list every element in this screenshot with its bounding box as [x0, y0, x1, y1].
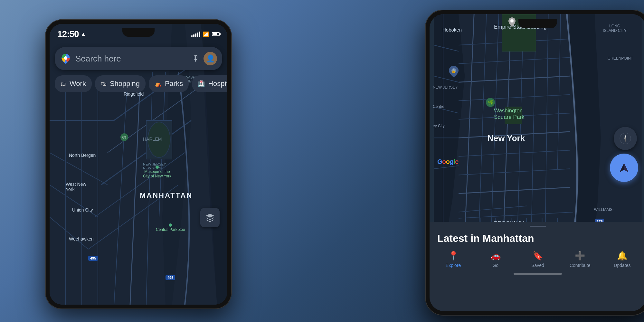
chip-work[interactable]: 🗂 Work	[55, 75, 92, 92]
washington-square-pin: 🌿	[486, 98, 495, 107]
label-williamsburg: WILLIAMS-	[594, 207, 614, 212]
chip-work-label: Work	[70, 80, 86, 88]
wifi-icon: 📶	[203, 31, 209, 37]
microphone-icon[interactable]: 🎙	[192, 54, 200, 63]
chip-parks[interactable]: ⛺ Parks	[149, 75, 189, 92]
search-bar-container: Search here 🎙 👤	[55, 47, 222, 70]
saved-label: Saved	[531, 263, 544, 268]
bottom-navigation: 📍 Explore 🚗 Go 🔖 Saved ➕ Contribute	[430, 251, 644, 268]
poi-museum: Museum of theCity of New York	[143, 166, 171, 178]
map-label-west-new-york: West NewYork	[66, 182, 86, 192]
work-icon: 🗂	[61, 80, 66, 87]
phone-left-screen: Ridgefield North Bergen West NewYork Uni…	[50, 24, 227, 305]
compass-button[interactable]	[614, 127, 637, 150]
empire-state-pin	[508, 17, 516, 28]
map-label-ridgefield: Ridgefield	[124, 91, 144, 97]
map-background-right: Hoboken Empire State Building LONGISLAND…	[430, 14, 644, 237]
svg-point-60	[624, 137, 626, 139]
signal-icon	[191, 32, 200, 37]
map-label-manhattan: MANHATTAN	[140, 191, 193, 200]
google-watermark: Google	[437, 158, 459, 166]
hospitals-icon: 🏥	[198, 80, 205, 87]
navigate-button[interactable]	[610, 154, 638, 182]
explore-icon: 📍	[448, 251, 459, 261]
label-washington-square: WashingtonSquare Park	[494, 108, 525, 120]
shopping-icon: 🛍	[101, 80, 107, 87]
search-bar[interactable]: Search here 🎙 👤	[55, 47, 222, 70]
layers-button[interactable]	[200, 208, 220, 227]
google-maps-logo	[60, 53, 71, 64]
nav-saved[interactable]: 🔖 Saved	[516, 251, 559, 268]
saved-icon: 🔖	[533, 251, 543, 261]
go-label: Go	[492, 263, 498, 268]
map-label-weehawken: Weehawken	[69, 236, 94, 242]
svg-text:🔒: 🔒	[451, 69, 456, 73]
status-time: 12:50 ▲	[57, 29, 85, 39]
bottom-sheet: Latest in Manhattan 📍 Explore 🚗 Go 🔖 Sav…	[430, 222, 644, 311]
map-label-north-bergen: North Bergen	[69, 153, 96, 158]
nav-go[interactable]: 🚗 Go	[474, 251, 516, 268]
updates-label: Updates	[614, 263, 630, 268]
explore-label: Explore	[446, 263, 461, 268]
highway-495-2: 495	[166, 275, 175, 280]
camera-notch-left	[122, 28, 155, 37]
phone-right: Hoboken Empire State Building LONGISLAND…	[425, 10, 644, 316]
contribute-label: Contribute	[570, 263, 591, 268]
user-avatar[interactable]: 👤	[204, 52, 217, 65]
map-label-harlem: HARLEM	[143, 137, 162, 142]
drag-handle[interactable]	[530, 226, 546, 227]
location-pin: 🔒	[449, 66, 459, 79]
label-greenpoint: GREENPOINT	[608, 56, 633, 61]
contribute-icon: ➕	[575, 251, 585, 261]
highway-495-1: 495	[88, 256, 98, 261]
svg-marker-62	[624, 163, 629, 172]
chip-shopping-label: Shopping	[110, 80, 140, 88]
phone-left: Ridgefield North Bergen West NewYork Uni…	[45, 19, 232, 309]
nav-explore[interactable]: 📍 Explore	[432, 251, 474, 268]
parks-icon: ⛺	[155, 80, 162, 87]
chip-hospitals-label: Hospitals	[208, 80, 227, 88]
updates-icon: 🔔	[617, 251, 627, 261]
go-icon: 🚗	[490, 251, 501, 261]
battery-icon	[212, 32, 220, 36]
camera-notch-right	[518, 19, 557, 28]
label-centre: Centre	[433, 104, 444, 109]
label-long-island-city: LONGISLAND CITY	[603, 24, 627, 33]
nav-contribute[interactable]: ➕ Contribute	[559, 251, 601, 268]
nav-updates[interactable]: 🔔 Updates	[601, 251, 643, 268]
poi-central-park-zoo: Central Park Zoo	[156, 223, 185, 232]
label-new-jersey: NEW JERSEY	[433, 85, 458, 90]
svg-point-19	[64, 56, 68, 60]
label-hoboken: Hoboken	[442, 27, 462, 33]
svg-rect-20	[434, 14, 641, 237]
chip-shopping[interactable]: 🛍 Shopping	[95, 75, 146, 92]
status-icons: 📶	[191, 31, 220, 37]
search-input[interactable]: Search here	[75, 54, 188, 64]
home-indicator	[514, 273, 562, 275]
chip-parks-label: Parks	[165, 80, 183, 88]
chip-hospitals[interactable]: 🏥 Hospitals	[192, 75, 227, 92]
highway-63: 63	[120, 133, 128, 141]
chips-container: 🗂 Work 🛍 Shopping ⛺ Parks 🏥 Hospitals	[55, 75, 227, 92]
map-label-union-city: Union City	[72, 207, 93, 213]
svg-point-54	[510, 19, 514, 23]
latest-in-manhattan-title: Latest in Manhattan	[430, 232, 644, 251]
label-jersey-city: ey City	[433, 124, 445, 128]
location-arrow-icon: ▲	[81, 31, 86, 37]
label-new-york: New York	[488, 133, 525, 143]
phone-right-screen: Hoboken Empire State Building LONGISLAND…	[430, 14, 644, 311]
